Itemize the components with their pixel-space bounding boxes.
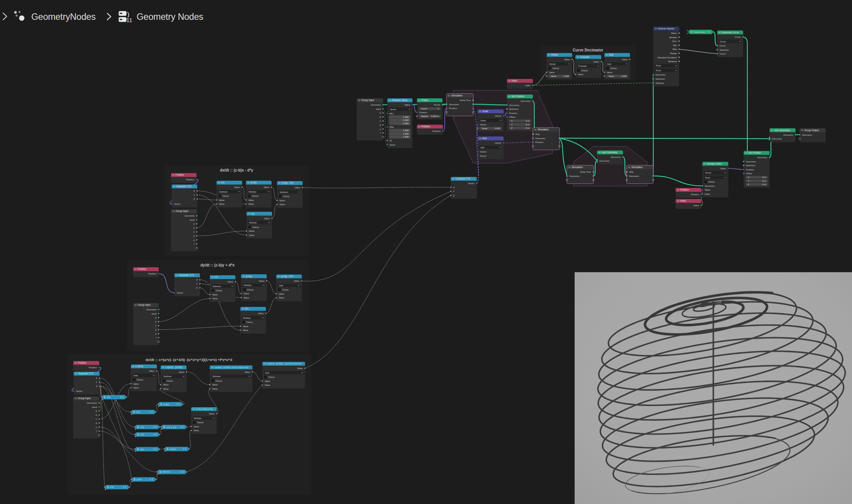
svg-text:Value: Value: [163, 388, 169, 390]
svg-text:Mean: Mean: [671, 32, 677, 34]
svg-text:Vector: Vector: [76, 390, 82, 392]
svg-text:Index: Index: [693, 204, 699, 207]
svg-text:Value: Value: [212, 294, 218, 296]
svg-text:z-b: z-b: [221, 181, 225, 184]
svg-text:Simulation: Simulation: [451, 94, 463, 97]
svg-text:x^3: x^3: [110, 486, 114, 488]
svg-text:Value: Value: [259, 280, 265, 282]
svg-text:x^2: x^2: [140, 426, 144, 429]
svg-text:Value: Value: [133, 383, 139, 385]
svg-text:Geometry: Geometry: [802, 134, 812, 136]
svg-text:Clamp: Clamp: [246, 321, 253, 323]
svg-text:X: X: [453, 186, 455, 189]
svg-text:Clamp: Clamp: [222, 195, 229, 197]
svg-text:Y: Y: [511, 124, 513, 126]
svg-text:Min: Min: [673, 44, 677, 47]
svg-text:Scale: Scale: [482, 110, 488, 112]
svg-text:Group Input: Group Input: [138, 303, 151, 307]
svg-text:Clamp: Clamp: [282, 289, 289, 291]
svg-text:Simulation: Simulation: [538, 128, 549, 131]
svg-text:0.025 m: 0.025 m: [431, 115, 439, 117]
svg-text:Value: Value: [193, 429, 200, 432]
svg-text:Value: Value: [264, 217, 270, 220]
svg-text:1.000: 1.000: [403, 133, 409, 135]
svg-text:-1.000: -1.000: [403, 119, 409, 121]
svg-text:Position: Position: [509, 112, 517, 114]
svg-text:Multiply: Multiply: [249, 191, 256, 193]
svg-text:Z: Z: [196, 287, 198, 289]
svg-text:Set Position: Set Position: [512, 95, 525, 98]
svg-text:Delta Time: Delta Time: [580, 171, 591, 173]
svg-text:Value: Value: [243, 329, 249, 331]
svg-text:Value: Value: [279, 203, 285, 205]
svg-text:Value: Value: [279, 293, 285, 295]
svg-text:Y: Y: [96, 381, 97, 384]
svg-text:dx/dt :: (z-b)x - d*y: dx/dt :: (z-b)x - d*y: [220, 168, 253, 172]
svg-text:Index: Index: [705, 193, 710, 195]
svg-text:Selection: Selection: [746, 164, 755, 167]
svg-text:Value: Value: [564, 58, 570, 61]
svg-text:Value: Value: [607, 71, 613, 74]
svg-text:11: 11: [126, 17, 132, 23]
svg-text:Geometry: Geometry: [520, 100, 530, 102]
svg-text:Geometry: Geometry: [705, 185, 715, 187]
svg-text:Position: Position: [176, 173, 184, 176]
svg-text:Z: Z: [453, 194, 455, 197]
svg-text:ID: ID: [390, 140, 392, 142]
svg-text:Position: Position: [449, 107, 457, 109]
svg-text:Value: Value: [219, 199, 225, 201]
svg-text:d*x: d*x: [245, 307, 249, 310]
svg-text:Range: Range: [670, 52, 677, 55]
svg-text:Geometry: Geometry: [569, 175, 579, 177]
svg-text:Points: Points: [422, 99, 428, 101]
svg-text:seed: seed: [376, 108, 381, 110]
svg-text:Multiply: Multiply: [249, 222, 257, 224]
svg-text:Y: Y: [453, 190, 455, 193]
svg-text:Z: Z: [96, 385, 97, 387]
svg-text:Value: Value: [133, 387, 139, 389]
svg-text:Position: Position: [148, 273, 156, 275]
svg-text:Geometry: Geometry: [656, 74, 665, 76]
svg-text:Multiply: Multiply: [244, 284, 251, 286]
svg-text:Index: Index: [680, 199, 686, 202]
svg-text:Geometry: Geometry: [629, 175, 639, 177]
svg-text:(z-b)y: (z-b)y: [246, 275, 252, 278]
svg-text:Value: Value: [294, 280, 300, 282]
svg-text:1: 1: [438, 108, 439, 110]
svg-text:Clamp: Clamp: [552, 67, 559, 69]
svg-text:Clamp: Clamp: [166, 380, 173, 382]
svg-text:1.000: 1.000: [403, 129, 409, 132]
svg-text:Clamp: Clamp: [247, 289, 254, 291]
svg-text:Simulation: Simulation: [572, 166, 583, 169]
svg-text:Position: Position: [186, 178, 194, 181]
svg-text:Count: Count: [421, 108, 427, 110]
svg-text:Value: Value: [149, 370, 155, 372]
svg-text:Geometry: Geometry: [371, 104, 381, 106]
svg-text:Value: Value: [549, 71, 555, 74]
svg-text:Clamp: Clamp: [708, 181, 715, 183]
svg-text:Count: Count: [720, 40, 726, 43]
svg-text:Value: Value: [593, 61, 599, 63]
svg-text:Value: Value: [720, 167, 726, 170]
svg-text:Value: Value: [705, 189, 711, 191]
svg-text:X: X: [96, 377, 97, 379]
svg-text:Value: Value: [249, 230, 255, 232]
svg-text:Attribute: Attribute: [656, 82, 664, 84]
svg-text:(z-b)y + d*x: (z-b)y + d*x: [281, 275, 293, 278]
svg-text:Divide: Divide: [549, 63, 556, 65]
svg-text:Geometry: Geometry: [746, 161, 756, 163]
svg-text:zx^3: zx^3: [137, 478, 142, 481]
svg-text:Subtract: Subtract: [163, 375, 172, 377]
svg-text:c: c: [155, 324, 156, 327]
svg-text:Z: Z: [193, 198, 195, 200]
svg-text:Subtract: Subtract: [213, 375, 221, 377]
svg-text:Clamp: Clamp: [216, 380, 222, 382]
svg-text:Value: Value: [212, 384, 218, 386]
svg-text:Clamp: Clamp: [610, 67, 617, 69]
svg-text:Median: Median: [669, 36, 677, 39]
svg-text:Curve Decimator: Curve Decimator: [573, 48, 603, 52]
svg-text:Geometry: Geometry: [757, 156, 767, 159]
svg-text:Geometry: Geometry: [535, 137, 545, 140]
svg-text:Position: Position: [535, 141, 543, 143]
svg-text:Clamp: Clamp: [252, 226, 259, 228]
